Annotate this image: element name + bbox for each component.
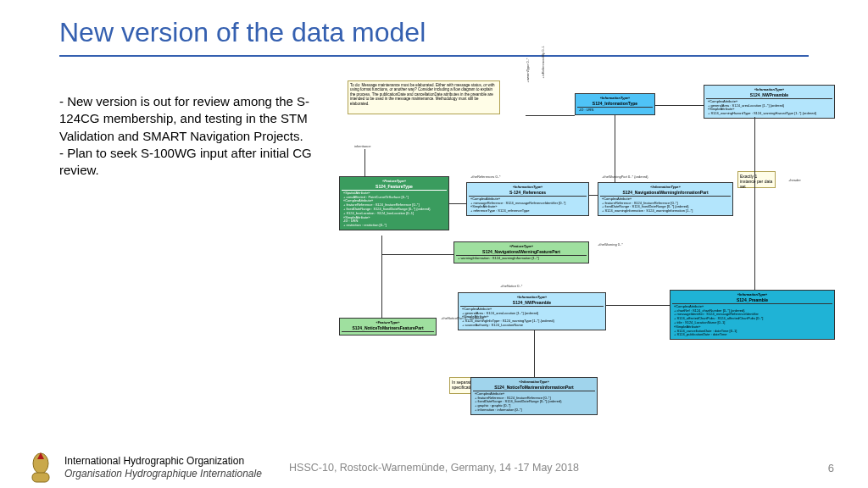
class-nav-warning-feature-part: «FeatureType»S124_NavigationalWarningFea… (453, 241, 589, 263)
label-inheritance: inheritance (354, 144, 371, 148)
class-ntm-info-part: «InformationType»S124_NoticeToMarinersIn… (470, 377, 598, 415)
page-number: 6 (828, 462, 834, 474)
class-ntm-feature-part: «FeatureType»S124_NoticeToMarinersFeatur… (339, 318, 437, 336)
uml-diagram: To do: Message maintenance must be elabo… (331, 76, 848, 432)
class-references: «InformationType»S-124_References «Compl… (466, 182, 589, 216)
label-the-notice: +theNotice 0..* (500, 284, 522, 288)
note-todo: To do: Message maintenance must be elabo… (348, 80, 500, 114)
meeting-info: HSSC-10, Rostock-Warnemünde, Germany, 14… (0, 462, 868, 474)
label-the-references: +theReferences 0..* (470, 175, 500, 179)
footer: International Hydrographic Organization … (0, 447, 868, 488)
class-nw-preamble-mid: «InformationType»S124_NWPreamble «Comple… (458, 292, 606, 330)
label-nwarn-type: +nwarnType 0..* (526, 58, 530, 82)
note-cardinality: Exactly 1 instance per data set (737, 171, 776, 188)
label-warning-part: +theWarningPart 0..* {ordered} (602, 175, 648, 179)
label-header: +header (788, 178, 801, 182)
svg-rect-1 (32, 473, 49, 482)
slide: New version of the data model - New vers… (0, 0, 868, 488)
class-nav-warning-info-part: «InformationType»S124_NavigationalWarnin… (598, 182, 733, 216)
class-nw-preamble-top: «InformationType»S124_NWPreamble «Comple… (704, 85, 835, 119)
title-rule (59, 55, 809, 57)
label-referenced-by: +isReferencedBy 0..1 (541, 46, 545, 78)
class-feature-type: «FeatureType»S124_FeatureType «SpatialAt… (339, 176, 449, 230)
class-preamble: «InformationType»S124_Preamble «ComplexA… (670, 290, 835, 340)
body-text: - New version is out for review among th… (59, 93, 322, 179)
label-the-warning: +theWarning 0..* (598, 242, 623, 247)
class-information-type: «InformationType»S124_InformationType -I… (575, 93, 655, 115)
slide-title: New version of the data model (0, 0, 868, 55)
label-notice-part: +theNoticePart 0..* {ordered} (441, 316, 484, 320)
